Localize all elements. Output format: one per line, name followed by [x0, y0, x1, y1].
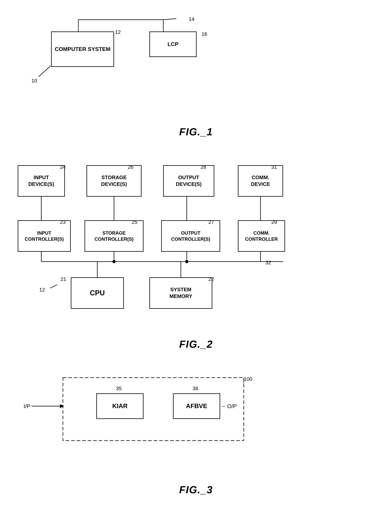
ref-21: 21: [61, 276, 66, 282]
afbve-box: AFBVE: [173, 393, 220, 419]
output-controller-label: OUTPUTCONTROLLER(S): [171, 230, 210, 242]
ref-31: 31: [271, 164, 277, 170]
comm-device-label: COMM.DEVICE: [251, 174, 270, 188]
svg-point-13: [185, 260, 188, 263]
fig2-title: FIG._2: [12, 338, 380, 350]
svg-marker-23: [60, 404, 64, 408]
afbve-label: AFBVE: [186, 402, 207, 410]
ref-12-fig2: 12: [39, 287, 45, 293]
output-device-label: OUTPUTDEVICE(S): [176, 174, 201, 188]
ref-16-label: 16: [201, 31, 207, 37]
ref-29: 29: [271, 219, 277, 225]
ip-label: I/P: [23, 403, 30, 410]
ref-32: 32: [265, 260, 271, 266]
lcp-box: LCP: [149, 32, 196, 57]
svg-point-12: [112, 260, 116, 263]
svg-line-3: [38, 66, 51, 77]
ref-22: 22: [208, 276, 214, 282]
fig2-diagram: INPUTDEVICE(S) STORAGEDEVICE(S) OUTPUTDE…: [12, 150, 380, 326]
op-label: → O/P: [220, 403, 237, 410]
input-controller-label: INPUTCONTROLLER(S): [25, 230, 64, 242]
lcp-label: LCP: [168, 41, 178, 48]
fig1-diagram: COMPUTER SYSTEM LCP 10 12 14 16: [12, 8, 380, 110]
computer-system-box: COMPUTER SYSTEM: [51, 32, 114, 67]
kiar-label: KIAR: [112, 402, 128, 410]
system-memory-box: SYSTEMMEMORY: [149, 277, 212, 309]
fig3-svg: [12, 362, 380, 476]
output-device-box: OUTPUTDEVICE(S): [163, 165, 214, 197]
ref-36: 36: [193, 386, 198, 391]
fig3-title: FIG._3: [12, 484, 380, 496]
kiar-box: KIAR: [96, 393, 144, 419]
svg-line-6: [163, 19, 176, 20]
ref-100: 100: [244, 376, 252, 382]
system-memory-label: SYSTEMMEMORY: [169, 286, 192, 300]
comm-controller-label: COMM.CONTROLLER: [245, 230, 278, 242]
ref-25: 25: [132, 219, 137, 225]
fig3-diagram: KIAR AFBVE I/P → O/P 35 36 100: [12, 362, 380, 476]
cpu-label: CPU: [90, 288, 105, 298]
ref-28: 28: [201, 164, 206, 170]
comm-controller-box: COMM.CONTROLLER: [238, 220, 285, 252]
input-device-label: INPUTDEVICE(S): [28, 174, 54, 188]
diagram-container: COMPUTER SYSTEM LCP 10 12 14 16 FIG._1: [0, 0, 392, 515]
storage-controller-label: STORAGECONTROLLER(S): [95, 230, 134, 242]
computer-system-label: COMPUTER SYSTEM: [55, 46, 110, 53]
ref-24: 24: [60, 164, 66, 170]
cpu-box: CPU: [71, 277, 124, 309]
ref-23: 23: [60, 219, 66, 225]
ref-27: 27: [208, 219, 214, 225]
storage-device-label: STORAGEDEVICE(S): [101, 174, 127, 188]
ref-14-label: 14: [189, 16, 194, 22]
ref-10-label: 10: [32, 78, 37, 84]
ref-26: 26: [128, 164, 134, 170]
input-device-box: INPUTDEVICE(S): [18, 165, 65, 197]
svg-line-20: [50, 285, 57, 288]
ref-35: 35: [116, 386, 122, 391]
fig1-title: FIG._1: [12, 126, 380, 138]
ref-12-label: 12: [115, 29, 121, 35]
